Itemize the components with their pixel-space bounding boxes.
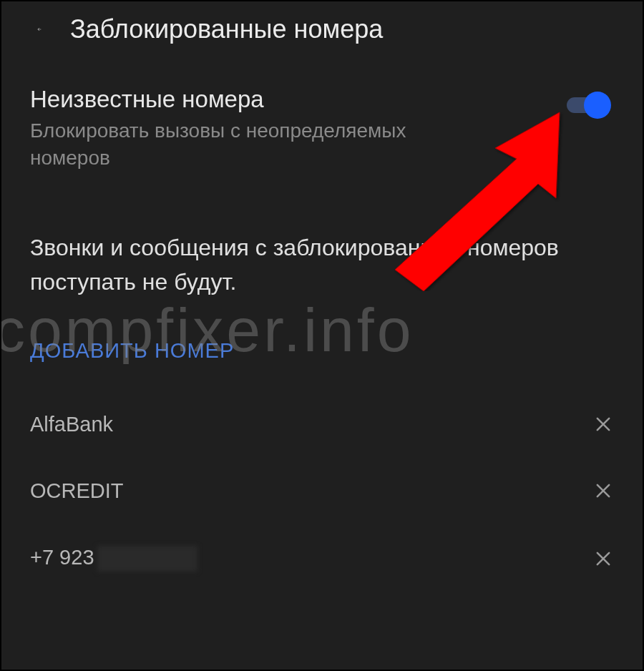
- remove-button[interactable]: [592, 413, 614, 435]
- close-icon: [593, 481, 613, 501]
- remove-button[interactable]: [592, 548, 614, 569]
- blocked-name: OCREDIT: [30, 479, 124, 503]
- blocked-item[interactable]: AlfaBank: [30, 391, 614, 458]
- close-icon: [593, 414, 613, 434]
- blocked-name: AlfaBank: [30, 413, 113, 436]
- blocked-item[interactable]: +7 923: [30, 524, 614, 593]
- add-number-button[interactable]: ДОБАВИТЬ НОМЕР: [1, 323, 643, 391]
- back-button[interactable]: [16, 16, 42, 42]
- unknown-numbers-setting[interactable]: Неизвестные номера Блокировать вызовы с …: [1, 62, 643, 193]
- page-title: Заблокированные номера: [70, 14, 383, 44]
- redacted-number: [97, 546, 197, 572]
- setting-text-block: Неизвестные номера Блокировать вызовы с …: [30, 86, 567, 172]
- setting-subtitle: Блокировать вызовы с неопределяемых номе…: [30, 117, 481, 172]
- remove-button[interactable]: [592, 480, 614, 501]
- toggle-thumb: [584, 92, 611, 119]
- header: Заблокированные номера: [1, 1, 643, 62]
- setting-title: Неизвестные номера: [30, 86, 481, 113]
- info-text: Звонки и сообщения с заблокированных ном…: [1, 193, 643, 323]
- blocked-item[interactable]: OCREDIT: [30, 458, 614, 524]
- blocked-name: +7 923: [30, 546, 197, 572]
- arrow-left-icon: [37, 17, 42, 41]
- unknown-numbers-toggle[interactable]: [567, 97, 607, 113]
- close-icon: [593, 549, 613, 569]
- blocked-list: AlfaBank OCREDIT +7 923: [1, 391, 643, 593]
